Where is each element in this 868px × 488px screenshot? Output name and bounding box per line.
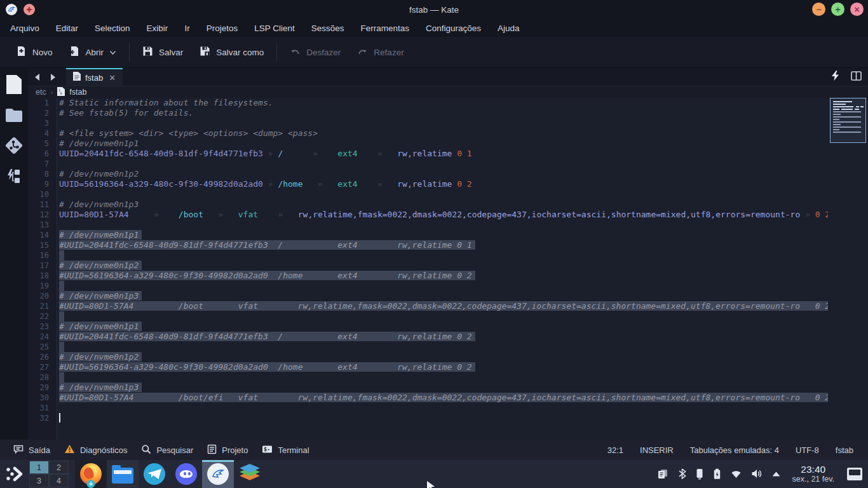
code-line xyxy=(59,342,828,352)
code-line: #UUID=56196364-a329-480c-9f30-49982d0a2a… xyxy=(59,271,828,281)
tab-bar: fstab ✕ xyxy=(28,68,868,86)
statusbar-field-tabulacoes-emuladas-4[interactable]: Tabulações emuladas: 4 xyxy=(682,445,787,455)
menu-ir[interactable]: Ir xyxy=(176,24,198,33)
lsp-symbols-panel-icon[interactable] xyxy=(4,166,24,186)
tab-close-icon[interactable]: ✕ xyxy=(107,73,116,83)
quick-open-lightning-icon[interactable] xyxy=(831,71,839,83)
split-view-icon[interactable] xyxy=(851,71,862,83)
breadcrumb-file[interactable]: fstab xyxy=(69,88,86,97)
selection-highlight: #UUID=56196364-a329-480c-9f30-49982d0a2a… xyxy=(59,362,475,372)
app-launcher-icon[interactable] xyxy=(0,460,29,488)
output-icon xyxy=(13,444,24,456)
menu-ferramentas[interactable]: Ferramentas xyxy=(352,24,417,33)
window-title: fstab — Kate xyxy=(0,5,868,15)
tab-fstab[interactable]: fstab ✕ xyxy=(66,68,123,86)
tab-back-icon[interactable] xyxy=(30,69,44,85)
line-number: 30 xyxy=(28,393,57,403)
battery-icon[interactable] xyxy=(713,468,721,480)
tab-forward-icon[interactable] xyxy=(46,69,60,85)
volume-icon[interactable] xyxy=(751,469,763,478)
scrollbar-minimap-column[interactable] xyxy=(828,98,868,440)
menu-lsp-client[interactable]: LSP Client xyxy=(246,24,303,33)
chevron-down-icon xyxy=(109,48,116,57)
taskbar-app-dolphin[interactable] xyxy=(107,460,139,488)
wifi-icon[interactable] xyxy=(731,469,742,478)
maximize-button[interactable]: + xyxy=(831,3,844,16)
statusbar-field-fstab[interactable]: fstab xyxy=(827,445,862,455)
discord-icon xyxy=(175,463,197,485)
virtual-desktop-4[interactable]: 4 xyxy=(49,474,69,487)
undo-icon xyxy=(290,46,301,58)
line-number: 20 xyxy=(28,291,57,301)
selection-highlight xyxy=(59,250,64,261)
code-line: # /dev/nvme0n1p3 xyxy=(59,291,828,301)
filesystem-panel-icon[interactable] xyxy=(4,105,24,125)
statusbar-field-32-1[interactable]: 32:1 xyxy=(599,445,632,455)
virtual-desktop-3[interactable]: 3 xyxy=(29,474,49,487)
code-line: #UUID=56196364-a329-480c-9f30-49982d0a2a… xyxy=(59,362,828,372)
open-button[interactable]: Abrir xyxy=(61,41,125,63)
left-sidebar xyxy=(0,68,28,440)
clock[interactable]: 23:40 sex., 21 fev. xyxy=(792,464,834,483)
new-button[interactable]: Novo xyxy=(8,41,61,63)
statusbar-toggle-label: Projeto xyxy=(222,445,248,455)
breadcrumb-separator-icon: › xyxy=(51,88,53,96)
save-as-button[interactable]: Salvar como xyxy=(191,41,272,63)
save-icon xyxy=(142,46,153,58)
code-line: #UUID=20441fdc-6548-40d9-81df-9f4d4771ef… xyxy=(59,332,828,342)
statusbar-field-inserir[interactable]: INSERIR xyxy=(632,445,682,455)
line-number: 23 xyxy=(28,322,57,332)
git-panel-icon[interactable] xyxy=(4,135,24,156)
line-number: 28 xyxy=(28,372,57,383)
line-number: 22 xyxy=(28,311,57,322)
minimap-viewport[interactable] xyxy=(830,98,866,143)
menu-arquivo[interactable]: Arquivo xyxy=(2,24,48,33)
menu-projetos[interactable]: Projetos xyxy=(198,24,247,33)
project-icon xyxy=(207,444,217,456)
clipboard-icon[interactable] xyxy=(657,468,668,479)
statusbar-toggle-terminal[interactable]: $-Terminal xyxy=(255,444,316,456)
main-area: fstab ✕ etc › 10 fstab 12345678910111213… xyxy=(0,68,868,440)
code-line: # /dev/nvme0n1p2 xyxy=(59,352,828,362)
line-number: 3 xyxy=(28,118,57,128)
show-desktop-icon[interactable] xyxy=(846,467,863,481)
code-line xyxy=(59,403,828,413)
taskbar-app-telegram[interactable] xyxy=(139,460,170,488)
selection-highlight xyxy=(59,342,64,352)
menu-editar[interactable]: Editar xyxy=(48,24,86,33)
menu-selection[interactable]: Selection xyxy=(86,24,139,33)
statusbar-toggle-diagnosticos[interactable]: Diagnósticos xyxy=(57,444,134,456)
taskbar-app-kate[interactable] xyxy=(202,460,234,488)
taskbar-app-layers[interactable] xyxy=(234,460,266,488)
redo-button[interactable]: Refazer xyxy=(349,41,412,63)
menu-sessoes[interactable]: Sessões xyxy=(303,24,353,33)
menu-ajuda[interactable]: Ajuda xyxy=(489,24,528,33)
virtual-desktop-2[interactable]: 2 xyxy=(49,461,69,474)
taskbar-app-discord[interactable] xyxy=(170,460,202,488)
taskbar-app-firefox[interactable]: + xyxy=(75,460,107,488)
menubar: ArquivoEditarSelectionExibirIrProjetosLS… xyxy=(0,19,868,37)
undo-button[interactable]: Desfazer xyxy=(281,41,349,63)
notification-badge: + xyxy=(87,480,95,488)
breadcrumb-folder[interactable]: etc xyxy=(36,88,46,97)
statusbar-field-utf-8[interactable]: UTF-8 xyxy=(787,445,827,455)
line-number: 19 xyxy=(28,281,57,291)
menu-configuracoes[interactable]: Configurações xyxy=(417,24,489,33)
code-line xyxy=(59,311,828,322)
statusbar-toggle-saida[interactable]: Saída xyxy=(6,444,57,456)
virtual-desktop-pager: 1234 xyxy=(29,461,69,487)
save-button[interactable]: Salvar xyxy=(134,41,191,63)
code-area[interactable]: # Static information about the filesyste… xyxy=(57,98,828,440)
minimize-button[interactable]: − xyxy=(812,3,825,16)
statusbar-toggle-pesquisar[interactable]: Pesquisar xyxy=(134,444,200,456)
save-as-icon xyxy=(200,46,210,58)
phone-link-icon[interactable] xyxy=(696,468,703,480)
tray-expand-icon[interactable] xyxy=(772,471,780,477)
bluetooth-icon[interactable] xyxy=(678,468,686,479)
statusbar-toggle-projeto[interactable]: Projeto xyxy=(200,444,255,456)
virtual-desktop-1[interactable]: 1 xyxy=(29,461,49,474)
menu-exibir[interactable]: Exibir xyxy=(139,24,177,33)
close-button[interactable]: × xyxy=(850,3,864,16)
text-editor[interactable]: 1234567891011121314151617181920212223242… xyxy=(28,98,868,440)
documents-panel-icon[interactable] xyxy=(4,74,24,95)
